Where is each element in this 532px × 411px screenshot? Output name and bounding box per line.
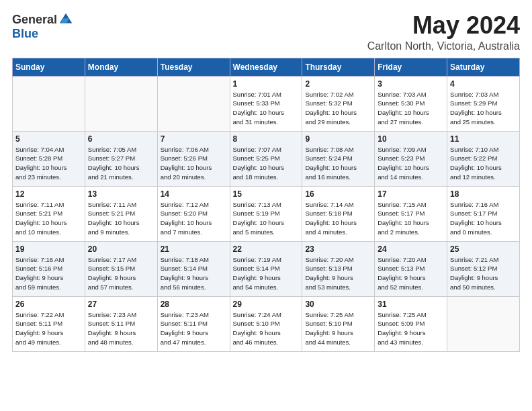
day-info: Sunrise: 7:22 AM Sunset: 5:11 PM Dayligh… [15,310,82,347]
day-number: 10 [378,134,444,144]
weekday-header-monday: Monday [85,58,157,76]
day-number: 31 [378,300,444,309]
day-info: Sunrise: 7:20 AM Sunset: 5:13 PM Dayligh… [305,255,371,292]
logo-blue-text: Blue [12,27,38,41]
day-number: 9 [305,134,371,144]
day-info: Sunrise: 7:16 AM Sunset: 5:17 PM Dayligh… [450,200,517,237]
day-info: Sunrise: 7:15 AM Sunset: 5:17 PM Dayligh… [378,200,444,237]
title-area: May 2024 Carlton North, Victoria, Austra… [367,12,520,52]
week-row-5: 26Sunrise: 7:22 AM Sunset: 5:11 PM Dayli… [13,296,520,351]
calendar-cell: 3Sunrise: 7:03 AM Sunset: 5:30 PM Daylig… [375,76,447,131]
logo-icon [58,12,73,27]
day-number: 22 [233,244,300,254]
calendar-cell: 5Sunrise: 7:04 AM Sunset: 5:28 PM Daylig… [13,131,85,186]
day-info: Sunrise: 7:24 AM Sunset: 5:10 PM Dayligh… [233,310,300,347]
week-row-2: 5Sunrise: 7:04 AM Sunset: 5:28 PM Daylig… [13,131,520,186]
week-row-1: 1Sunrise: 7:01 AM Sunset: 5:33 PM Daylig… [13,76,520,131]
day-info: Sunrise: 7:17 AM Sunset: 5:15 PM Dayligh… [88,255,154,292]
day-info: Sunrise: 7:03 AM Sunset: 5:30 PM Dayligh… [378,90,444,127]
calendar-cell: 12Sunrise: 7:11 AM Sunset: 5:21 PM Dayli… [13,186,85,241]
day-number: 18 [450,189,517,199]
weekday-header-saturday: Saturday [447,58,520,76]
day-number: 5 [15,134,82,144]
calendar-cell: 28Sunrise: 7:23 AM Sunset: 5:11 PM Dayli… [157,296,230,351]
day-info: Sunrise: 7:11 AM Sunset: 5:21 PM Dayligh… [15,200,82,237]
calendar-cell: 17Sunrise: 7:15 AM Sunset: 5:17 PM Dayli… [375,186,447,241]
day-number: 15 [233,189,300,199]
calendar-cell: 1Sunrise: 7:01 AM Sunset: 5:33 PM Daylig… [230,76,302,131]
day-number: 1 [233,79,300,89]
day-info: Sunrise: 7:25 AM Sunset: 5:09 PM Dayligh… [378,310,444,347]
day-number: 13 [88,189,154,199]
calendar-cell: 29Sunrise: 7:24 AM Sunset: 5:10 PM Dayli… [230,296,302,351]
calendar-cell [13,76,85,131]
weekday-header-tuesday: Tuesday [157,58,230,76]
day-number: 17 [378,189,444,199]
month-title: May 2024 [367,12,520,39]
calendar-cell: 22Sunrise: 7:19 AM Sunset: 5:14 PM Dayli… [230,241,302,296]
weekday-header-friday: Friday [375,58,447,76]
calendar-cell: 24Sunrise: 7:20 AM Sunset: 5:13 PM Dayli… [375,241,447,296]
day-number: 11 [450,134,517,144]
calendar-cell: 11Sunrise: 7:10 AM Sunset: 5:22 PM Dayli… [447,131,520,186]
calendar-cell: 6Sunrise: 7:05 AM Sunset: 5:27 PM Daylig… [85,131,157,186]
day-number: 3 [378,79,444,89]
day-number: 23 [305,244,371,254]
calendar-cell: 21Sunrise: 7:18 AM Sunset: 5:14 PM Dayli… [157,241,230,296]
day-number: 7 [161,134,227,144]
calendar-cell [157,76,230,131]
day-info: Sunrise: 7:06 AM Sunset: 5:26 PM Dayligh… [161,145,227,182]
weekday-header-thursday: Thursday [302,58,375,76]
calendar-cell: 13Sunrise: 7:11 AM Sunset: 5:21 PM Dayli… [85,186,157,241]
day-info: Sunrise: 7:23 AM Sunset: 5:11 PM Dayligh… [88,310,154,347]
week-row-3: 12Sunrise: 7:11 AM Sunset: 5:21 PM Dayli… [13,186,520,241]
day-info: Sunrise: 7:14 AM Sunset: 5:18 PM Dayligh… [305,200,371,237]
day-info: Sunrise: 7:07 AM Sunset: 5:25 PM Dayligh… [233,145,300,182]
header: General Blue May 2024 Carlton North, Vic… [12,12,520,52]
calendar-cell: 7Sunrise: 7:06 AM Sunset: 5:26 PM Daylig… [157,131,230,186]
day-number: 16 [305,189,371,199]
calendar-cell: 4Sunrise: 7:03 AM Sunset: 5:29 PM Daylig… [447,76,520,131]
day-number: 24 [378,244,444,254]
day-info: Sunrise: 7:03 AM Sunset: 5:29 PM Dayligh… [450,90,517,127]
calendar-cell: 10Sunrise: 7:09 AM Sunset: 5:23 PM Dayli… [375,131,447,186]
calendar-cell: 30Sunrise: 7:25 AM Sunset: 5:10 PM Dayli… [302,296,375,351]
day-info: Sunrise: 7:25 AM Sunset: 5:10 PM Dayligh… [305,310,371,347]
weekday-header-row: SundayMondayTuesdayWednesdayThursdayFrid… [13,58,520,76]
day-number: 6 [88,134,154,144]
calendar-cell: 31Sunrise: 7:25 AM Sunset: 5:09 PM Dayli… [375,296,447,351]
day-info: Sunrise: 7:08 AM Sunset: 5:24 PM Dayligh… [305,145,371,182]
calendar-cell: 9Sunrise: 7:08 AM Sunset: 5:24 PM Daylig… [302,131,375,186]
calendar-cell [85,76,157,131]
calendar-cell: 27Sunrise: 7:23 AM Sunset: 5:11 PM Dayli… [85,296,157,351]
day-number: 4 [450,79,517,89]
day-info: Sunrise: 7:21 AM Sunset: 5:12 PM Dayligh… [450,255,517,292]
page: General Blue May 2024 Carlton North, Vic… [0,0,532,359]
day-info: Sunrise: 7:13 AM Sunset: 5:19 PM Dayligh… [233,200,300,237]
day-number: 28 [161,300,227,309]
logo: General Blue [12,12,73,41]
day-number: 20 [88,244,154,254]
calendar-cell: 25Sunrise: 7:21 AM Sunset: 5:12 PM Dayli… [447,241,520,296]
calendar-cell: 26Sunrise: 7:22 AM Sunset: 5:11 PM Dayli… [13,296,85,351]
day-number: 25 [450,244,517,254]
calendar-cell: 20Sunrise: 7:17 AM Sunset: 5:15 PM Dayli… [85,241,157,296]
day-info: Sunrise: 7:09 AM Sunset: 5:23 PM Dayligh… [378,145,444,182]
location: Carlton North, Victoria, Australia [367,40,520,52]
day-info: Sunrise: 7:10 AM Sunset: 5:22 PM Dayligh… [450,145,517,182]
day-info: Sunrise: 7:01 AM Sunset: 5:33 PM Dayligh… [233,90,300,127]
day-info: Sunrise: 7:04 AM Sunset: 5:28 PM Dayligh… [15,145,82,182]
day-info: Sunrise: 7:12 AM Sunset: 5:20 PM Dayligh… [161,200,227,237]
day-info: Sunrise: 7:16 AM Sunset: 5:16 PM Dayligh… [15,255,82,292]
calendar-cell: 19Sunrise: 7:16 AM Sunset: 5:16 PM Dayli… [13,241,85,296]
logo-general-text: General [12,13,57,27]
day-number: 26 [15,300,82,309]
day-number: 8 [233,134,300,144]
day-number: 19 [15,244,82,254]
day-info: Sunrise: 7:11 AM Sunset: 5:21 PM Dayligh… [88,200,154,237]
day-number: 29 [233,300,300,309]
calendar-cell: 16Sunrise: 7:14 AM Sunset: 5:18 PM Dayli… [302,186,375,241]
calendar-cell: 8Sunrise: 7:07 AM Sunset: 5:25 PM Daylig… [230,131,302,186]
day-info: Sunrise: 7:20 AM Sunset: 5:13 PM Dayligh… [378,255,444,292]
day-number: 27 [88,300,154,309]
